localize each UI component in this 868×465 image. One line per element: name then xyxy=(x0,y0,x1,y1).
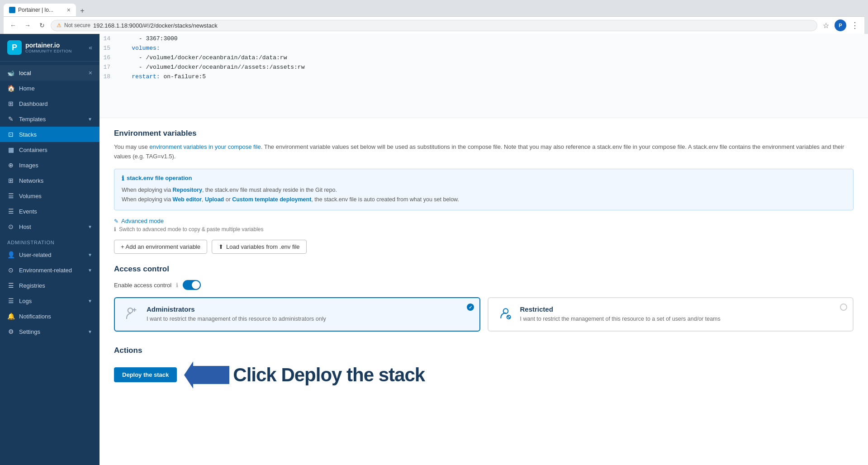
sidebar-item-environment-related[interactable]: ⊙ Environment-related ▼ xyxy=(0,262,100,278)
sidebar-item-templates[interactable]: ✎ Templates ▼ xyxy=(0,111,100,127)
sidebar-label-settings: Settings xyxy=(19,328,83,335)
app: P portainer.io COMMUNITY EDITION « 🐋 loc… xyxy=(0,34,868,465)
load-env-label: Load variables from .env file xyxy=(226,243,300,250)
add-env-variable-button[interactable]: + Add an environment variable xyxy=(114,240,207,254)
restricted-icon xyxy=(498,305,514,322)
sidebar-item-host[interactable]: ⊙ Host ▼ xyxy=(0,219,100,234)
reload-button[interactable]: ↻ xyxy=(36,19,48,31)
sidebar-label-registries: Registries xyxy=(19,282,92,289)
sidebar-item-dashboard[interactable]: ⊞ Dashboard xyxy=(0,96,100,111)
advanced-mode-hint-text: Switch to advanced mode to copy & paste … xyxy=(119,226,264,232)
settings-chevron-icon: ▼ xyxy=(88,329,92,334)
edit-icon: ✎ xyxy=(114,218,119,224)
sidebar-item-stacks[interactable]: ⊡ Stacks xyxy=(0,127,100,142)
line-content-15: volumes: xyxy=(118,44,868,52)
restricted-card-title: Restricted xyxy=(520,305,721,313)
add-env-label: + Add an environment variable xyxy=(121,243,200,250)
sidebar-collapse-button[interactable]: « xyxy=(89,44,92,51)
sidebar-item-notifications[interactable]: 🔔 Notifications xyxy=(0,308,100,324)
browser-chrome: Portainer | lo... × + ← → ↻ ⚠ Not secure… xyxy=(0,0,868,34)
administrators-radio xyxy=(467,304,474,311)
templates-icon: ✎ xyxy=(7,115,14,123)
toggle-help-icon: ℹ xyxy=(176,282,178,289)
sidebar: P portainer.io COMMUNITY EDITION « 🐋 loc… xyxy=(0,34,100,465)
load-env-file-button[interactable]: ⬆ Load variables from .env file xyxy=(212,240,307,254)
env-variables-section: Environment variables You may use enviro… xyxy=(114,129,854,254)
sidebar-item-user-related[interactable]: 👤 User-related ▼ xyxy=(0,247,100,262)
tab-close-button[interactable]: × xyxy=(67,6,71,14)
forward-button[interactable]: → xyxy=(22,19,33,31)
sidebar-item-volumes[interactable]: ☰ Volumes xyxy=(0,188,100,204)
new-tab-button[interactable]: + xyxy=(77,5,88,16)
repository-link[interactable]: Repository xyxy=(173,187,202,193)
tab-title: Portainer | lo... xyxy=(18,7,64,13)
sidebar-label-host: Host xyxy=(19,223,83,230)
access-control-section: Access control Enable access control ℹ xyxy=(114,265,854,332)
env-close-button[interactable]: × xyxy=(89,69,92,76)
back-button[interactable]: ← xyxy=(7,19,19,31)
not-secure-label: Not secure xyxy=(64,22,90,28)
host-icon: ⊙ xyxy=(7,223,14,230)
sidebar-item-settings[interactable]: ⚙ Settings ▼ xyxy=(0,324,100,339)
custom-template-link[interactable]: Custom template deployment xyxy=(232,196,311,203)
events-icon: ☰ xyxy=(7,208,14,215)
sidebar-item-logs[interactable]: ☰ Logs ▼ xyxy=(0,293,100,308)
sidebar-env-header: 🐋 local × xyxy=(0,65,100,81)
line-content-18: restart: on-failure:5 xyxy=(118,72,868,81)
arrow-annotation: Click Deploy the stack xyxy=(184,361,425,389)
access-control-toggle[interactable] xyxy=(183,280,201,290)
env-icon: 🐋 xyxy=(7,70,14,76)
administrators-card-title: Administrators xyxy=(147,305,326,313)
stacks-icon: ⊡ xyxy=(7,131,14,138)
containers-icon: ▦ xyxy=(7,146,14,153)
restricted-card-content: Restricted I want to restrict the manage… xyxy=(520,305,721,323)
administrators-card[interactable]: Administrators I want to restrict the ma… xyxy=(114,297,480,332)
browser-menu-button[interactable]: ⋮ xyxy=(849,19,861,31)
info-box-line1: When deploying via Repository, the stack… xyxy=(122,185,846,195)
advanced-mode-section: ✎ Advanced mode ℹ Switch to advanced mod… xyxy=(114,218,854,232)
browser-nav: ← → ↻ ⚠ Not secure 192.168.1.18:9000/#!/… xyxy=(4,16,864,34)
restricted-card[interactable]: Restricted I want to restrict the manage… xyxy=(488,297,854,332)
advanced-mode-link[interactable]: ✎ Advanced mode xyxy=(114,218,854,224)
code-line-18: 18 restart: on-failure:5 xyxy=(100,72,868,81)
toggle-label: Enable access control xyxy=(114,282,171,289)
env-variables-desc: You may use environment variables in you… xyxy=(114,142,854,161)
sidebar-item-images[interactable]: ⊕ Images xyxy=(0,157,100,173)
info-box-title-text: stack.env file operation xyxy=(127,175,192,181)
web-editor-link[interactable]: Web editor xyxy=(173,196,202,203)
info-box-line2: When deploying via Web editor, Upload or… xyxy=(122,195,846,204)
sidebar-item-containers[interactable]: ▦ Containers xyxy=(0,142,100,157)
sidebar-label-templates: Templates xyxy=(19,116,83,123)
env-compose-link[interactable]: environment variables in your compose fi… xyxy=(149,143,261,150)
settings-icon: ⚙ xyxy=(7,328,14,335)
sidebar-label-networks: Networks xyxy=(19,177,92,184)
sidebar-navigation: 🐋 local × 🏠 Home ⊞ Dashboard ✎ Templates… xyxy=(0,62,100,465)
logs-chevron-icon: ▼ xyxy=(88,299,92,304)
hint-icon: ℹ xyxy=(114,226,116,232)
env-name: local xyxy=(19,70,31,76)
restricted-card-desc: I want to restrict the management of thi… xyxy=(520,315,721,323)
administrators-card-content: Administrators I want to restrict the ma… xyxy=(147,305,326,323)
sidebar-item-home[interactable]: 🏠 Home xyxy=(0,81,100,96)
bookmark-button[interactable]: ☆ xyxy=(820,19,832,31)
sidebar-label-logs: Logs xyxy=(19,298,83,304)
deploy-stack-button[interactable]: Deploy the stack xyxy=(114,367,177,382)
browser-tab[interactable]: Portainer | lo... × xyxy=(4,4,76,16)
svg-marker-6 xyxy=(184,361,229,389)
notifications-icon: 🔔 xyxy=(7,313,14,320)
advanced-mode-label: Advanced mode xyxy=(121,218,164,224)
sidebar-item-events[interactable]: ☰ Events xyxy=(0,204,100,219)
sidebar-item-registries[interactable]: ☰ Registries xyxy=(0,278,100,293)
sidebar-label-environment-related: Environment-related xyxy=(19,267,83,274)
click-deploy-label: Click Deploy the stack xyxy=(233,364,425,386)
profile-button[interactable]: P xyxy=(835,19,846,31)
address-bar[interactable]: ⚠ Not secure 192.168.1.18:9000/#!/2/dock… xyxy=(51,20,817,31)
upload-link[interactable]: Upload xyxy=(205,196,224,203)
code-editor[interactable]: 14 - 3367:3000 15 volumes: 16 - /volume1… xyxy=(100,34,868,118)
line-number-15: 15 xyxy=(100,44,118,52)
tab-favicon xyxy=(9,7,15,13)
line-number-16: 16 xyxy=(100,53,118,62)
env-buttons-row: + Add an environment variable ⬆ Load var… xyxy=(114,240,854,254)
sidebar-item-networks[interactable]: ⊞ Networks xyxy=(0,173,100,188)
user-related-icon: 👤 xyxy=(7,251,14,258)
